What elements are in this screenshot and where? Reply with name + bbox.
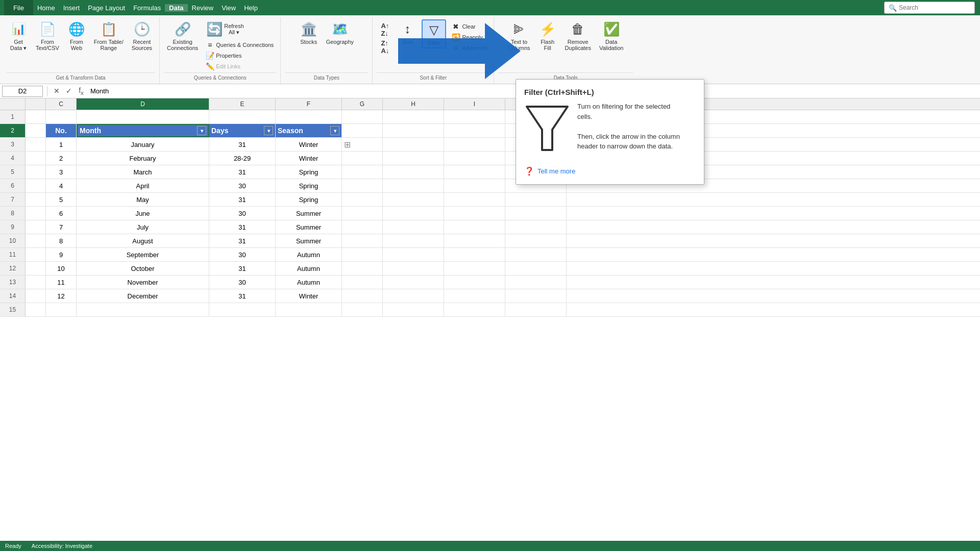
cell-f1[interactable] xyxy=(276,110,342,123)
remove-duplicates-button[interactable]: 🗑 RemoveDuplicates xyxy=(562,19,594,53)
cell-c1[interactable] xyxy=(46,110,77,123)
cell-c13[interactable]: 11 xyxy=(46,276,77,289)
recent-sources-button[interactable]: 🕒 RecentSources xyxy=(129,19,155,53)
cell-d5[interactable]: March xyxy=(77,165,209,179)
row-num-6[interactable]: 6 xyxy=(0,179,26,192)
col-header-e[interactable]: E xyxy=(209,98,276,110)
cell-i1[interactable] xyxy=(444,110,505,123)
col-header-g[interactable]: G xyxy=(342,98,383,110)
cell-f2[interactable]: Season ▾ xyxy=(276,124,342,137)
col-header-h[interactable]: H xyxy=(383,98,444,110)
data-validation-button[interactable]: ✅ DataValidation xyxy=(596,19,627,53)
col-header-f[interactable]: F xyxy=(276,98,342,110)
cell-h2[interactable] xyxy=(383,124,444,137)
insert-menu[interactable]: Insert xyxy=(59,4,84,12)
row-num-11[interactable]: 11 xyxy=(0,248,26,261)
cell-e4[interactable]: 28-29 xyxy=(209,152,276,165)
cell-d4[interactable]: February xyxy=(77,152,209,165)
view-menu[interactable]: View xyxy=(217,4,240,12)
filter-button[interactable]: ▽ Filter xyxy=(422,19,446,48)
cell-c5[interactable]: 3 xyxy=(46,165,77,179)
cell-h1[interactable] xyxy=(383,110,444,123)
sort-button[interactable]: ↕️ Sort xyxy=(396,19,419,46)
help-menu[interactable]: Help xyxy=(240,4,262,12)
row-num-12[interactable]: 12 xyxy=(0,262,26,275)
from-web-button[interactable]: 🌐 FromWeb xyxy=(64,19,89,53)
cell-g1[interactable] xyxy=(342,110,383,123)
cell-f7[interactable]: Spring xyxy=(276,193,342,206)
stocks-button[interactable]: 🏛️ Stocks xyxy=(297,19,321,46)
cell-e11[interactable]: 30 xyxy=(209,248,276,261)
cell-d6[interactable]: April xyxy=(77,179,209,192)
cell-f9[interactable]: Summer xyxy=(276,220,342,234)
row-num-15[interactable]: 15 xyxy=(0,303,26,316)
text-to-columns-button[interactable]: ⫸ Text toColumns xyxy=(505,19,533,53)
days-filter-dropdown[interactable]: ▾ xyxy=(264,126,273,135)
from-table-button[interactable]: 📋 From Table/Range xyxy=(91,19,127,53)
row-num-13[interactable]: 13 xyxy=(0,276,26,289)
cell-c3[interactable]: 1 xyxy=(46,138,77,151)
get-data-button[interactable]: 📊 GetData ▾ xyxy=(6,19,31,53)
cell-f4[interactable]: Winter xyxy=(276,152,342,165)
cell-c9[interactable]: 7 xyxy=(46,220,77,234)
cell-d7[interactable]: May xyxy=(77,193,209,206)
cell-b3[interactable] xyxy=(26,138,46,151)
queries-connections-small-btn[interactable]: ≡ Queries & Connections xyxy=(203,40,276,50)
formulas-menu[interactable]: Formulas xyxy=(129,4,165,12)
cell-f8[interactable]: Summer xyxy=(276,207,342,220)
sort-za-button[interactable]: Z↑A↓ xyxy=(377,39,393,55)
cell-b2[interactable] xyxy=(26,124,46,137)
cell-f10[interactable]: Summer xyxy=(276,234,342,247)
cell-c6[interactable]: 4 xyxy=(46,179,77,192)
name-box[interactable] xyxy=(2,86,43,97)
cell-f6[interactable]: Spring xyxy=(276,179,342,192)
cell-e2[interactable]: Days ▾ xyxy=(209,124,276,137)
row-num-4[interactable]: 4 xyxy=(0,152,26,165)
row-num-5[interactable]: 5 xyxy=(0,165,26,179)
cell-d8[interactable]: June xyxy=(77,207,209,220)
cell-e12[interactable]: 31 xyxy=(209,262,276,275)
from-text-csv-button[interactable]: 📄 FromText/CSV xyxy=(33,19,62,53)
cell-c12[interactable]: 10 xyxy=(46,262,77,275)
col-header-c[interactable]: C xyxy=(46,98,77,110)
cell-d3[interactable]: January xyxy=(77,138,209,151)
cell-f3[interactable]: Winter xyxy=(276,138,342,151)
reapply-button[interactable]: 🔁 Reapply xyxy=(449,32,489,42)
cell-i2[interactable] xyxy=(444,124,505,137)
cell-d2[interactable]: Month ▾ xyxy=(77,124,209,137)
cell-d13[interactable]: November xyxy=(77,276,209,289)
home-menu[interactable]: Home xyxy=(33,4,59,12)
geography-button[interactable]: 🗺️ Geography xyxy=(323,19,357,46)
row-num-9[interactable]: 9 xyxy=(0,220,26,234)
clear-button[interactable]: ✖ Clear xyxy=(449,21,489,32)
cell-c14[interactable]: 12 xyxy=(46,289,77,303)
refresh-all-button[interactable]: 🔄 RefreshAll ▾ xyxy=(203,19,276,39)
cell-f14[interactable]: Winter xyxy=(276,289,342,303)
cell-e1[interactable] xyxy=(209,110,276,123)
col-header-b[interactable] xyxy=(26,98,46,110)
cell-d1[interactable] xyxy=(77,110,209,123)
confirm-formula-icon[interactable]: ✓ xyxy=(64,87,74,95)
cell-e14[interactable]: 31 xyxy=(209,289,276,303)
cell-c7[interactable]: 5 xyxy=(46,193,77,206)
cell-c11[interactable]: 9 xyxy=(46,248,77,261)
cell-g2[interactable] xyxy=(342,124,383,137)
month-filter-dropdown[interactable]: ▾ xyxy=(197,126,206,135)
tell-me-more-link[interactable]: ❓ Tell me more xyxy=(524,166,696,176)
row-num-8[interactable]: 8 xyxy=(0,207,26,220)
cell-e3[interactable]: 31 xyxy=(209,138,276,151)
cell-f12[interactable]: Autumn xyxy=(276,262,342,275)
cell-d11[interactable]: September xyxy=(77,248,209,261)
properties-btn[interactable]: 📝 Properties xyxy=(203,51,276,61)
cell-c2[interactable]: No. xyxy=(46,124,77,137)
cell-g3[interactable]: ⊞ xyxy=(342,138,383,151)
cell-e13[interactable]: 30 xyxy=(209,276,276,289)
row-num-1[interactable]: 1 xyxy=(0,110,26,123)
season-filter-dropdown[interactable]: ▾ xyxy=(330,126,339,135)
cell-d10[interactable]: August xyxy=(77,234,209,247)
cell-e8[interactable]: 30 xyxy=(209,207,276,220)
cell-d12[interactable]: October xyxy=(77,262,209,275)
existing-connections-button[interactable]: 🔗 ExistingConnections xyxy=(164,19,201,53)
row-num-7[interactable]: 7 xyxy=(0,193,26,206)
cancel-formula-icon[interactable]: ✕ xyxy=(52,87,62,95)
